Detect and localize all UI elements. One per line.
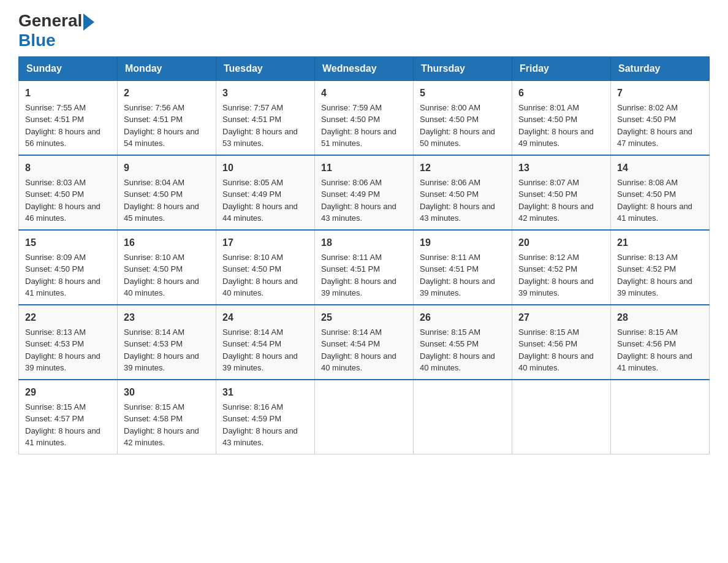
sunset-text: Sunset: 4:49 PM — [321, 190, 380, 199]
calendar-cell: 3Sunrise: 7:57 AMSunset: 4:51 PMDaylight… — [216, 80, 315, 155]
day-number: 26 — [420, 310, 506, 325]
calendar-cell: 17Sunrise: 8:10 AMSunset: 4:50 PMDayligh… — [216, 230, 315, 305]
sunset-text: Sunset: 4:56 PM — [518, 339, 577, 348]
day-number: 31 — [222, 385, 308, 400]
calendar-cell: 20Sunrise: 8:12 AMSunset: 4:52 PMDayligh… — [512, 230, 611, 305]
sunset-text: Sunset: 4:57 PM — [25, 414, 84, 423]
daylight-text: Daylight: 8 hours and 51 minutes. — [321, 127, 396, 148]
calendar-week-row: 15Sunrise: 8:09 AMSunset: 4:50 PMDayligh… — [19, 230, 710, 305]
sunset-text: Sunset: 4:50 PM — [124, 264, 183, 274]
logo-general-blue: General — [18, 12, 94, 31]
sunset-text: Sunset: 4:49 PM — [222, 190, 281, 199]
daylight-text: Daylight: 8 hours and 41 minutes. — [617, 351, 692, 373]
daylight-text: Daylight: 8 hours and 42 minutes. — [124, 426, 199, 448]
sunset-text: Sunset: 4:50 PM — [25, 190, 84, 199]
calendar-cell: 12Sunrise: 8:06 AMSunset: 4:50 PMDayligh… — [414, 155, 512, 230]
sunrise-text: Sunrise: 8:15 AM — [420, 327, 480, 337]
day-number: 9 — [124, 161, 210, 175]
page-header: General Blue — [18, 12, 710, 50]
calendar-cell: 23Sunrise: 8:14 AMSunset: 4:53 PMDayligh… — [118, 305, 216, 380]
daylight-text: Daylight: 8 hours and 40 minutes. — [321, 351, 396, 373]
calendar-week-row: 1Sunrise: 7:55 AMSunset: 4:51 PMDaylight… — [19, 80, 710, 155]
daylight-text: Daylight: 8 hours and 40 minutes. — [518, 351, 594, 373]
sunset-text: Sunset: 4:53 PM — [25, 339, 84, 348]
sunset-text: Sunset: 4:51 PM — [222, 115, 281, 124]
calendar-cell: 11Sunrise: 8:06 AMSunset: 4:49 PMDayligh… — [315, 155, 414, 230]
sunrise-text: Sunrise: 8:08 AM — [617, 178, 678, 187]
col-header-monday: Monday — [118, 56, 216, 80]
sunrise-text: Sunrise: 8:15 AM — [124, 402, 184, 412]
calendar-cell: 10Sunrise: 8:05 AMSunset: 4:49 PMDayligh… — [216, 155, 315, 230]
calendar-cell: 6Sunrise: 8:01 AMSunset: 4:50 PMDaylight… — [512, 80, 611, 155]
daylight-text: Daylight: 8 hours and 43 minutes. — [321, 202, 396, 223]
logo: General Blue — [18, 12, 94, 50]
daylight-text: Daylight: 8 hours and 39 minutes. — [321, 277, 396, 298]
day-number: 25 — [321, 310, 407, 325]
logo-blue-word: Blue — [18, 31, 56, 50]
sunset-text: Sunset: 4:52 PM — [617, 264, 676, 274]
calendar-cell: 14Sunrise: 8:08 AMSunset: 4:50 PMDayligh… — [611, 155, 710, 230]
sunrise-text: Sunrise: 8:00 AM — [420, 103, 480, 112]
day-number: 24 — [222, 310, 308, 325]
calendar-table: SundayMondayTuesdayWednesdayThursdayFrid… — [18, 56, 710, 454]
sunset-text: Sunset: 4:54 PM — [321, 339, 380, 348]
daylight-text: Daylight: 8 hours and 46 minutes. — [25, 202, 100, 223]
calendar-cell — [512, 380, 611, 454]
sunset-text: Sunset: 4:52 PM — [518, 264, 577, 274]
daylight-text: Daylight: 8 hours and 40 minutes. — [124, 277, 199, 298]
sunrise-text: Sunrise: 8:15 AM — [617, 327, 678, 337]
sunrise-text: Sunrise: 8:15 AM — [25, 402, 86, 412]
daylight-text: Daylight: 8 hours and 54 minutes. — [124, 127, 199, 148]
calendar-cell: 26Sunrise: 8:15 AMSunset: 4:55 PMDayligh… — [414, 305, 512, 380]
sunset-text: Sunset: 4:50 PM — [617, 115, 676, 124]
sunrise-text: Sunrise: 8:09 AM — [25, 253, 86, 262]
sunrise-text: Sunrise: 8:06 AM — [420, 178, 480, 187]
sunset-text: Sunset: 4:50 PM — [518, 190, 577, 199]
calendar-cell: 25Sunrise: 8:14 AMSunset: 4:54 PMDayligh… — [315, 305, 414, 380]
col-header-wednesday: Wednesday — [315, 56, 414, 80]
calendar-cell: 24Sunrise: 8:14 AMSunset: 4:54 PMDayligh… — [216, 305, 315, 380]
sunset-text: Sunset: 4:50 PM — [420, 115, 479, 124]
sunset-text: Sunset: 4:53 PM — [124, 339, 183, 348]
day-number: 18 — [321, 236, 407, 250]
sunrise-text: Sunrise: 8:03 AM — [25, 178, 86, 187]
day-number: 20 — [518, 236, 604, 250]
day-number: 19 — [420, 236, 506, 250]
calendar-cell: 30Sunrise: 8:15 AMSunset: 4:58 PMDayligh… — [118, 380, 216, 454]
calendar-cell — [414, 380, 512, 454]
day-number: 28 — [617, 310, 703, 325]
sunrise-text: Sunrise: 8:16 AM — [222, 402, 283, 412]
sunset-text: Sunset: 4:54 PM — [222, 339, 281, 348]
calendar-cell: 9Sunrise: 8:04 AMSunset: 4:50 PMDaylight… — [118, 155, 216, 230]
sunrise-text: Sunrise: 7:57 AM — [222, 103, 283, 112]
sunset-text: Sunset: 4:58 PM — [124, 414, 183, 423]
sunset-text: Sunset: 4:55 PM — [420, 339, 479, 348]
sunrise-text: Sunrise: 8:10 AM — [222, 253, 283, 262]
daylight-text: Daylight: 8 hours and 47 minutes. — [617, 127, 692, 148]
calendar-cell: 2Sunrise: 7:56 AMSunset: 4:51 PMDaylight… — [118, 80, 216, 155]
day-number: 30 — [124, 385, 210, 400]
day-number: 3 — [222, 86, 308, 101]
day-number: 1 — [25, 86, 111, 101]
calendar-cell: 28Sunrise: 8:15 AMSunset: 4:56 PMDayligh… — [611, 305, 710, 380]
sunrise-text: Sunrise: 8:11 AM — [321, 253, 382, 262]
col-header-sunday: Sunday — [19, 56, 118, 80]
sunset-text: Sunset: 4:56 PM — [617, 339, 676, 348]
sunrise-text: Sunrise: 8:04 AM — [124, 178, 184, 187]
calendar-cell: 4Sunrise: 7:59 AMSunset: 4:50 PMDaylight… — [315, 80, 414, 155]
day-number: 22 — [25, 310, 111, 325]
sunset-text: Sunset: 4:51 PM — [25, 115, 84, 124]
calendar-cell: 18Sunrise: 8:11 AMSunset: 4:51 PMDayligh… — [315, 230, 414, 305]
col-header-friday: Friday — [512, 56, 611, 80]
sunrise-text: Sunrise: 8:13 AM — [25, 327, 86, 337]
day-number: 15 — [25, 236, 111, 250]
daylight-text: Daylight: 8 hours and 39 minutes. — [124, 351, 199, 373]
sunrise-text: Sunrise: 8:05 AM — [222, 178, 283, 187]
sunset-text: Sunset: 4:51 PM — [321, 264, 380, 274]
daylight-text: Daylight: 8 hours and 56 minutes. — [25, 127, 100, 148]
daylight-text: Daylight: 8 hours and 41 minutes. — [617, 202, 692, 223]
day-number: 17 — [222, 236, 308, 250]
day-number: 12 — [420, 161, 506, 175]
calendar-cell: 27Sunrise: 8:15 AMSunset: 4:56 PMDayligh… — [512, 305, 611, 380]
calendar-cell: 16Sunrise: 8:10 AMSunset: 4:50 PMDayligh… — [118, 230, 216, 305]
